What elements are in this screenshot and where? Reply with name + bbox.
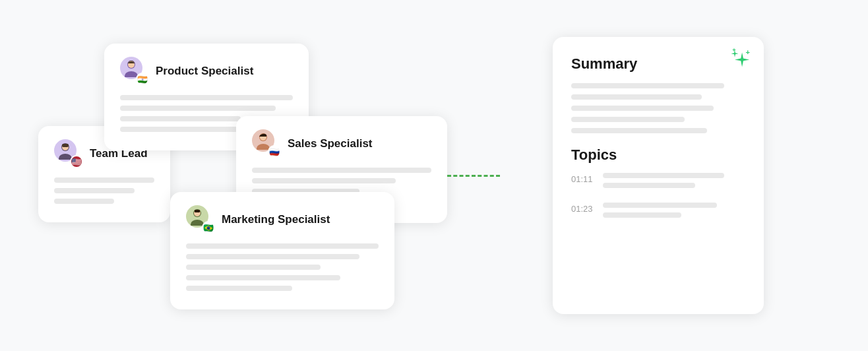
sparkle-icon: + + xyxy=(719,48,751,79)
card-title-sales: Sales Specialist xyxy=(288,137,373,150)
card-title-product: Product Specialist xyxy=(156,65,253,78)
placeholder xyxy=(186,243,379,249)
flag-icon-marketing: 🇧🇷 xyxy=(202,221,215,234)
placeholder xyxy=(603,183,695,188)
topic-lines-2 xyxy=(603,203,745,223)
placeholder xyxy=(186,275,340,280)
card-marketing-specialist[interactable]: 🇧🇷 Marketing Specialist xyxy=(170,192,394,309)
placeholder xyxy=(54,177,154,183)
summary-placeholder-lines xyxy=(571,83,745,133)
topic-time-2: 01:23 xyxy=(571,203,596,214)
avatar-team-lead: 🇺🇸 xyxy=(54,139,83,168)
placeholder xyxy=(120,116,241,121)
flag-icon-sales: 🇷🇺 xyxy=(268,145,281,158)
placeholder xyxy=(186,254,359,259)
topic-row-1: 01:11 xyxy=(571,173,745,193)
topic-row-2: 01:23 xyxy=(571,203,745,223)
svg-text:+: + xyxy=(746,48,751,56)
placeholder xyxy=(54,199,114,204)
placeholder xyxy=(252,168,431,173)
placeholder xyxy=(603,203,717,208)
card-header-sales: 🇷🇺 Sales Specialist xyxy=(252,129,431,158)
placeholder xyxy=(571,94,702,100)
flag-icon-team-lead: 🇺🇸 xyxy=(70,155,83,168)
connector-line xyxy=(447,175,500,177)
avatar-product: 🇮🇳 xyxy=(120,57,149,86)
placeholder xyxy=(603,212,681,218)
topics-heading: Topics xyxy=(571,146,745,164)
card-title-marketing: Marketing Specialist xyxy=(222,213,330,226)
flag-icon-product: 🇮🇳 xyxy=(136,73,149,86)
placeholder xyxy=(186,265,321,270)
avatar-sales: 🇷🇺 xyxy=(252,129,281,158)
svg-text:+: + xyxy=(732,48,736,53)
placeholder xyxy=(54,188,135,193)
topic-lines-1 xyxy=(603,173,745,193)
placeholder xyxy=(571,128,707,133)
placeholder xyxy=(252,178,396,183)
placeholder xyxy=(571,83,724,88)
avatar-marketing: 🇧🇷 xyxy=(186,205,215,234)
placeholder xyxy=(120,106,276,111)
cards-area: 🇺🇸 Team Lead xyxy=(38,24,487,327)
placeholder xyxy=(603,173,724,178)
card-header-marketing: 🇧🇷 Marketing Specialist xyxy=(186,205,379,234)
scene: 🇺🇸 Team Lead xyxy=(38,17,830,334)
placeholder xyxy=(186,286,292,291)
placeholder xyxy=(571,106,714,111)
topic-time-1: 01:11 xyxy=(571,173,596,184)
card-header-product: 🇮🇳 Product Specialist xyxy=(120,57,293,86)
svg-rect-3 xyxy=(62,144,69,147)
placeholder xyxy=(120,95,293,100)
svg-rect-13 xyxy=(195,210,200,212)
placeholder xyxy=(571,117,685,122)
summary-panel: + + Summary Topics 01:11 01:23 xyxy=(553,37,764,314)
